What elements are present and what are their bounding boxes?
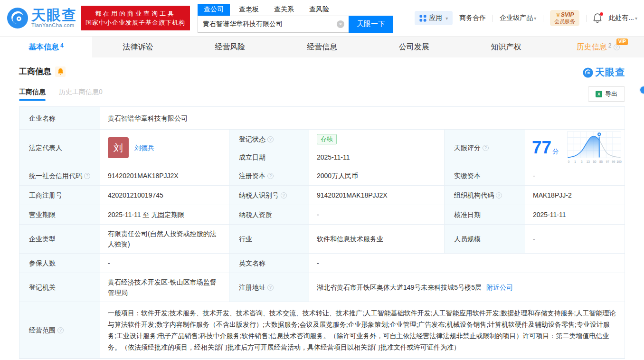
- reg-capital-value: 2000万人民币: [309, 166, 445, 186]
- table-row: 参保人数 - 英文名称 -: [19, 254, 625, 273]
- table-row: 登记机关 黄石经济技术开发区·铁山区市场监督管理局 注册地址? 湖北省黄石市开铁…: [19, 273, 625, 302]
- member-service-label: 会员服务: [554, 18, 575, 25]
- tab-operation-info[interactable]: 经营信息: [276, 37, 368, 57]
- divider: [492, 15, 493, 22]
- field-label: 英文名称: [229, 254, 309, 273]
- help-icon[interactable]: ?: [267, 136, 274, 142]
- tab-legal-litigation[interactable]: 法律诉讼: [92, 37, 184, 57]
- field-label: 企业类型: [19, 225, 100, 254]
- notification-dot: [600, 12, 603, 16]
- excel-icon: [596, 91, 602, 97]
- score-distribution-chart[interactable]: 0 1 3 13 50 85 97 99 100: [567, 131, 622, 164]
- svg-text:50: 50: [593, 160, 597, 163]
- nearby-companies-link[interactable]: 附近公司: [486, 282, 513, 293]
- svip-membership-badge[interactable]: ♛SVIP 会员服务: [550, 10, 579, 26]
- user-menu[interactable]: 此处有... ▾: [608, 14, 637, 22]
- legal-rep-cell: 刘 刘德兵: [100, 130, 229, 166]
- chevron-down-icon: ▾: [635, 16, 637, 21]
- subtab-history-business-info[interactable]: 历史工商信息0: [59, 88, 103, 101]
- svg-text:99: 99: [612, 160, 616, 163]
- help-icon[interactable]: ?: [281, 192, 287, 199]
- approve-date-value: 2025-11-11: [525, 205, 625, 225]
- help-icon[interactable]: ?: [483, 145, 489, 151]
- score-unit: 分: [552, 148, 559, 155]
- export-button[interactable]: 导出: [588, 86, 625, 102]
- monitor-bell-button[interactable]: [55, 66, 66, 77]
- field-label: 天眼评分?: [445, 130, 525, 166]
- tab-count: 2: [608, 42, 612, 49]
- site-header: 天眼查 TianYanCha.com 都在用的商业查询工具 国家中小企业发展子基…: [0, 0, 644, 37]
- score-cell: 77分: [525, 130, 625, 166]
- help-icon[interactable]: ?: [267, 284, 274, 291]
- legal-rep-avatar[interactable]: 刘: [108, 137, 129, 158]
- business-scope-value: 一般项目：软件开发;技术服务、技术开发、技术咨询、技术交流、技术转让、技术推广;…: [100, 302, 625, 359]
- divider: [543, 15, 543, 22]
- staff-size-value: -: [525, 225, 625, 254]
- user-menu-label: 此处有...: [608, 14, 634, 22]
- tianyancha-logo-icon: [583, 67, 593, 78]
- slogan-banner: 都在用的商业查询工具 国家中小企业发展子基金旗下机构: [81, 6, 190, 30]
- svg-text:3: 3: [581, 160, 583, 163]
- field-label: 实缴资本: [445, 166, 525, 186]
- company-type-value: 有限责任公司(自然人投资或控股的法人独资): [100, 225, 229, 254]
- help-icon[interactable]: ?: [84, 173, 90, 179]
- tab-history-info[interactable]: VIP 历史信息2 ?: [552, 37, 644, 57]
- enterprise-products-menu[interactable]: 企业级产品 ▾: [500, 14, 536, 22]
- tianyancha-company-page: 天眼查 TianYanCha.com 都在用的商业查询工具 国家中小企业发展子基…: [0, 0, 644, 360]
- tab-basic-info[interactable]: 基本信息4: [0, 37, 92, 57]
- side-float-button[interactable]: [640, 86, 644, 94]
- search-tab-relation[interactable]: 查关系: [268, 4, 300, 16]
- tianyancha-watermark: 天眼查: [583, 66, 625, 79]
- tianyancha-logo[interactable]: 天眼查 TianYanCha.com: [7, 7, 77, 29]
- tab-intellectual-property[interactable]: 知识产权: [460, 37, 552, 57]
- svg-text:13: 13: [587, 160, 590, 163]
- search-tab-risk[interactable]: 查风险: [303, 4, 335, 16]
- business-term-value: 2025-11-11 至 无固定期限: [100, 205, 229, 225]
- subtab-business-info[interactable]: 工商信息: [19, 88, 46, 101]
- vip-badge: VIP: [616, 38, 628, 45]
- clear-search-icon[interactable]: [337, 20, 344, 28]
- search-input[interactable]: [198, 16, 349, 33]
- divider: [586, 15, 587, 22]
- legal-rep-name-link[interactable]: 刘德兵: [134, 142, 154, 153]
- crown-icon: ♛: [556, 12, 560, 18]
- help-icon[interactable]: ?: [267, 173, 274, 179]
- help-icon[interactable]: ?: [57, 327, 64, 333]
- reg-no-value: 420201210019745: [100, 186, 229, 205]
- bell-icon: [57, 68, 64, 75]
- status-badge: 存续: [317, 134, 337, 144]
- business-cooperation-link[interactable]: 商务合作: [459, 14, 486, 22]
- reg-authority-value: 黄石经济技术开发区·铁山区市场监督管理局: [100, 273, 229, 302]
- enterprise-products-label: 企业级产品: [500, 14, 533, 22]
- slogan-line-2: 国家中小企业发展子基金旗下机构: [85, 18, 185, 27]
- field-label: 经营范围?: [19, 302, 100, 359]
- company-name-value: 黄石智谱华章科技有限公司: [100, 107, 625, 130]
- tab-company-development[interactable]: 公司发展: [368, 37, 460, 57]
- search-tab-company[interactable]: 查公司: [198, 4, 230, 16]
- notifications-bell[interactable]: [593, 13, 602, 23]
- credit-code-value: 91420201MAK18PJJ2X: [100, 166, 229, 186]
- establish-date-value: 2025-11-11: [309, 148, 445, 167]
- field-label: 参保人数: [19, 254, 100, 273]
- search-tab-boss[interactable]: 查老板: [233, 4, 265, 16]
- score-value: 77: [532, 138, 551, 157]
- field-label: 登记状态?: [229, 130, 309, 149]
- slogan-line-1: 都在用的商业查询工具: [85, 9, 185, 18]
- field-label: 核准日期: [445, 205, 525, 225]
- table-row: 企业类型 有限责任公司(自然人投资或控股的法人独资) 行业 软件和信息技术服务业…: [19, 225, 625, 254]
- tianyancha-logo-icon: [7, 7, 28, 29]
- insured-count-value: -: [100, 254, 229, 273]
- field-label: 纳税人资质: [229, 205, 309, 225]
- org-code-value: MAK18PJJ-2: [525, 186, 625, 205]
- field-label: 营业期限: [19, 205, 100, 225]
- field-label: 工商注册号: [19, 186, 100, 205]
- table-row: 经营范围? 一般项目：软件开发;技术服务、技术开发、技术咨询、技术交流、技术转让…: [19, 302, 625, 359]
- tab-operation-risk[interactable]: 经营风险: [184, 37, 276, 57]
- chevron-down-icon: ▾: [534, 16, 536, 21]
- help-icon[interactable]: ?: [496, 192, 502, 199]
- apps-menu[interactable]: 应用 ▾: [415, 11, 453, 25]
- logo-domain: TianYanCha.com: [31, 22, 77, 28]
- apps-label: 应用: [429, 14, 442, 22]
- watermark-text: 天眼查: [595, 66, 625, 79]
- search-button[interactable]: 天眼一下: [349, 16, 393, 33]
